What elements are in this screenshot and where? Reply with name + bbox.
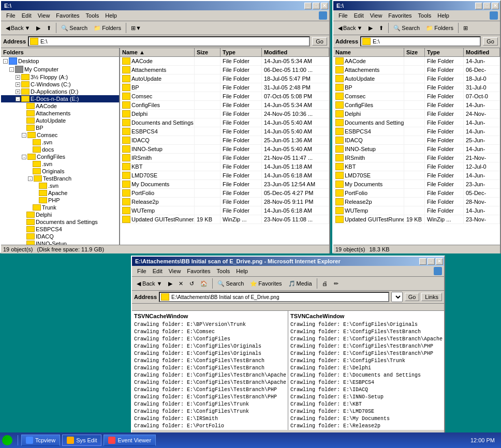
- ie-home-btn[interactable]: 🏠: [198, 278, 210, 289]
- table-row[interactable]: IDACQ File Folder 25-Jun-05 1:36 AM: [120, 136, 329, 145]
- search-btn-1[interactable]: 🔍 Search: [58, 22, 90, 34]
- table-row[interactable]: WUTemp File Folder 14-Jun-05 6:18 AM: [120, 206, 329, 215]
- tree-attachements[interactable]: Attachements: [1, 110, 119, 117]
- forward-btn-2[interactable]: ▶: [366, 22, 375, 34]
- tree-bp[interactable]: BP: [1, 124, 119, 131]
- table-row[interactable]: Updated GUITestRunner.zip 19 KB WinZip .…: [120, 215, 329, 224]
- ie-maximize-btn[interactable]: □: [428, 258, 435, 265]
- col-modified-2[interactable]: Modified: [464, 48, 500, 56]
- tree-docs-and-settings[interactable]: Documents and Settings: [1, 218, 119, 226]
- menu-file-1[interactable]: File: [3, 11, 19, 20]
- menu-favorites-2[interactable]: Favorites: [385, 11, 415, 20]
- menu-tools-1[interactable]: Tools: [83, 11, 102, 20]
- table-row[interactable]: Delphi File Folder 24-Nov-05 10:36 ...: [120, 110, 329, 118]
- menu-view-2[interactable]: View: [367, 11, 386, 20]
- tree-autoupdate[interactable]: AutoUpdate: [1, 117, 119, 124]
- minimize-btn-1[interactable]: _: [304, 3, 312, 9]
- table-row[interactable]: BP File Folder 31-Jul-05 2:48 PM: [120, 83, 329, 92]
- ie-menu-help[interactable]: Help: [233, 267, 251, 275]
- table-row[interactable]: LMD70SE File Folder 14-Jun-: [333, 171, 500, 180]
- menu-help-1[interactable]: Help: [102, 11, 120, 20]
- table-row[interactable]: Documents and Settings File Folder 14-Ju…: [333, 118, 500, 127]
- toggle-d-drive[interactable]: +: [16, 89, 20, 94]
- table-row[interactable]: INNO-Setup File Folder 14-Jun-: [333, 145, 500, 154]
- table-row[interactable]: KBT File Folder 12-Jul-0: [333, 162, 500, 171]
- table-row[interactable]: My Documents File Folder 23-Jun-: [333, 180, 500, 189]
- menu-edit-2[interactable]: Edit: [351, 11, 367, 20]
- toggle-desktop[interactable]: -: [3, 59, 8, 64]
- tree-svn-comsec[interactable]: .svn: [1, 139, 119, 146]
- col-name-1[interactable]: Name ▲: [120, 48, 195, 56]
- minimize-btn-2[interactable]: _: [475, 3, 482, 9]
- up-btn-1[interactable]: ⬆: [44, 22, 54, 34]
- table-row[interactable]: Updated GUITestRunner.zip 19 KB WinZip .…: [333, 215, 500, 224]
- ie-address-input[interactable]: E:\Attachements\BB Initial scan of E_Dri…: [170, 293, 388, 301]
- table-row[interactable]: IDACQ File Folder 25-Jun-: [333, 136, 500, 145]
- tree-floppy[interactable]: + 3½ Floppy (A:): [1, 73, 119, 81]
- toggle-e-drive[interactable]: -: [16, 97, 20, 101]
- taskbar-eventviewer[interactable]: Event Viewer: [104, 435, 156, 446]
- search-btn-2[interactable]: 🔍 Search: [391, 22, 422, 34]
- table-row[interactable]: ESBPCS4 File Folder 14-Jun-: [333, 127, 500, 136]
- tree-delphi[interactable]: Delphi: [1, 211, 119, 218]
- table-row[interactable]: LMD70SE File Folder 14-Jun-05 6:18 AM: [120, 171, 329, 180]
- maximize-btn-2[interactable]: □: [483, 3, 491, 9]
- go-btn-1[interactable]: Go: [312, 37, 327, 46]
- tree-aacode[interactable]: AACode: [1, 102, 119, 110]
- tree-docs-comsec[interactable]: docs: [1, 146, 119, 153]
- table-row[interactable]: Comsec File Folder 07-Oct-05 5:08 PM: [120, 92, 329, 101]
- table-row[interactable]: Attachements File Folder 06-Dec-: [333, 66, 500, 74]
- ie-back-btn[interactable]: ◀ Back ▼: [134, 278, 165, 289]
- ie-refresh-btn[interactable]: ↺: [187, 278, 197, 289]
- table-row[interactable]: BP File Folder 31-Jul-0: [333, 83, 500, 92]
- tree-inno[interactable]: INNO-Setup: [1, 240, 119, 245]
- col-type-1[interactable]: Type: [220, 48, 262, 56]
- tree-svn2[interactable]: .svn: [1, 160, 119, 168]
- forward-btn-1[interactable]: ▶: [34, 22, 43, 34]
- back-btn-2[interactable]: ◀ Back▼: [335, 22, 365, 34]
- toggle-configfiles[interactable]: -: [22, 155, 26, 159]
- toggle-mycomputer[interactable]: -: [9, 67, 14, 72]
- maximize-btn-1[interactable]: □: [313, 3, 320, 9]
- ie-links-btn[interactable]: Links: [421, 293, 442, 301]
- ie-edit-btn[interactable]: ✏: [331, 278, 341, 289]
- tree-trunk[interactable]: Trunk: [1, 204, 119, 211]
- ie-favorites-btn[interactable]: ⭐ Favorites: [247, 278, 284, 289]
- tree-e-drive[interactable]: - E-Docs-n-Data (E:): [1, 95, 119, 102]
- toggle-floppy[interactable]: +: [16, 75, 20, 80]
- table-row[interactable]: KBT File Folder 14-Jun-05 1:18 AM: [120, 162, 329, 171]
- col-name-2[interactable]: Name: [333, 48, 404, 56]
- tree-testbranch[interactable]: - TestBranch: [1, 175, 119, 182]
- views-btn-2[interactable]: ⊞: [461, 22, 470, 34]
- tree-php[interactable]: PHP: [1, 197, 119, 204]
- menu-tools-2[interactable]: Tools: [415, 11, 435, 20]
- ie-menu-file[interactable]: File: [134, 267, 150, 275]
- tree-esbpcs4[interactable]: ESBPCS4: [1, 226, 119, 233]
- table-row[interactable]: Documents and Settings File Folder 14-Ju…: [120, 118, 329, 127]
- ie-minimize-btn[interactable]: _: [419, 258, 426, 265]
- table-row[interactable]: Comsec File Folder 07-Oct-0: [333, 92, 500, 101]
- ie-menu-view[interactable]: View: [166, 267, 184, 275]
- table-row[interactable]: Release2p File Folder 28-Nov-05 9:11 PM: [120, 198, 329, 206]
- table-row[interactable]: IRSmith File Folder 21-Nov-05 11:47 ...: [120, 154, 329, 162]
- tree-desktop[interactable]: - Desktop: [1, 57, 119, 65]
- toggle-c-drive[interactable]: +: [16, 82, 20, 87]
- tree-c-drive[interactable]: + C-Windows (C:): [1, 81, 119, 88]
- address-input-2[interactable]: [372, 37, 480, 46]
- ie-print-btn[interactable]: 🖨: [319, 278, 330, 289]
- ie-menu-tools[interactable]: Tools: [214, 267, 233, 275]
- table-row[interactable]: IRSmith File Folder 21-Nov-: [333, 154, 500, 162]
- tree-originals[interactable]: Originals: [1, 168, 119, 175]
- table-row[interactable]: PortFolio File Folder 05-Dec-05 4:27 PM: [120, 189, 329, 198]
- col-type-2[interactable]: Type: [425, 48, 464, 56]
- ie-menu-favorites[interactable]: Favorites: [184, 267, 213, 275]
- table-row[interactable]: ConfigFiles File Folder 14-Jun-05 5:34 A…: [120, 101, 329, 110]
- toggle-comsec[interactable]: -: [22, 133, 26, 138]
- ie-go-btn[interactable]: Go: [405, 293, 420, 301]
- menu-help-2[interactable]: Help: [434, 11, 452, 20]
- col-modified-1[interactable]: Modified: [262, 48, 329, 56]
- menu-file-2[interactable]: File: [335, 11, 351, 20]
- taskbar-sysedit[interactable]: Sys Edit: [62, 435, 101, 446]
- table-row[interactable]: ConfigFiles File Folder 14-Jun-: [333, 101, 500, 110]
- table-row[interactable]: AutoUpdate File Folder 18-Jul-0: [333, 74, 500, 83]
